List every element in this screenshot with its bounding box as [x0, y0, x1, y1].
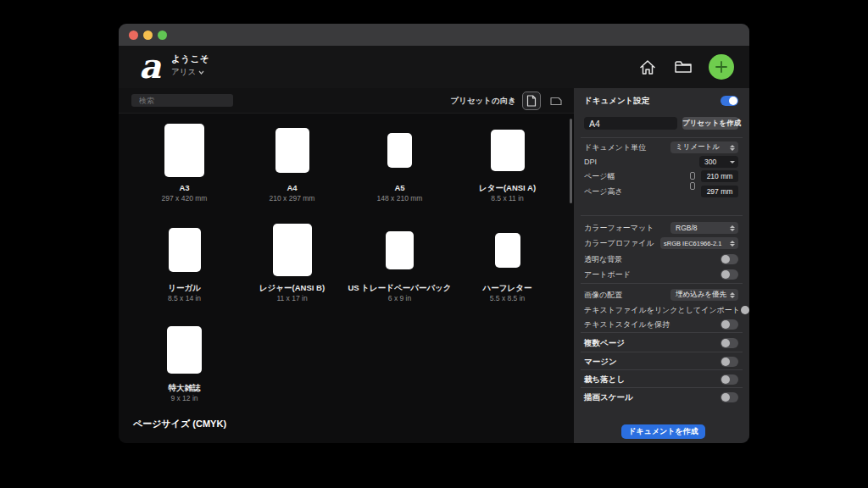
presets-panel: プリセットの向き — [119, 88, 574, 443]
preset-grid: A3 297 x 420 mm A4 210 x 297 mm — [131, 122, 561, 422]
paper-thumbnail — [275, 128, 309, 173]
preset-item[interactable]: A3 297 x 420 mm — [131, 122, 238, 203]
preset-thumbnail-area — [495, 222, 520, 278]
paper-thumbnail — [164, 124, 204, 177]
bleed-label: 裁ち落とし — [584, 374, 625, 385]
zoom-window-button[interactable] — [158, 30, 167, 40]
dpi-label: DPI — [584, 158, 597, 166]
drawing-scale-toggle[interactable] — [721, 392, 738, 402]
preset-thumbnail-area — [167, 322, 202, 378]
preset-dimensions: 148 x 210 mm — [377, 194, 423, 202]
orientation-label: プリセットの向き — [450, 96, 516, 107]
stepper-icon — [730, 241, 735, 247]
preset-item[interactable]: リーガル 8.5 x 14 in — [131, 222, 238, 303]
main-content: プリセットの向き — [119, 88, 749, 443]
artboard-toggle[interactable] — [721, 269, 738, 280]
preset-thumbnail-area — [387, 122, 412, 178]
preset-grid-row: 特大雑誌 9 x 12 in — [131, 322, 561, 403]
header-actions — [637, 51, 734, 83]
search-input[interactable] — [139, 97, 238, 105]
desktop-background: a ようこそ アリス — [0, 0, 868, 488]
minimize-window-button[interactable] — [143, 30, 153, 40]
preset-item[interactable]: 特大雑誌 9 x 12 in — [131, 322, 238, 403]
preset-dimensions: 210 x 297 mm — [270, 194, 315, 202]
paper-thumbnail — [169, 228, 201, 272]
preset-name: ハーフレター — [483, 283, 532, 292]
preset-dimensions: 8.5 x 11 in — [491, 194, 524, 202]
paper-thumbnail — [273, 224, 312, 276]
preset-item[interactable]: US トレードペーパーバック 6 x 9 in — [346, 222, 453, 303]
plus-icon — [715, 60, 728, 74]
multiple-pages-toggle[interactable] — [721, 338, 738, 348]
margins-toggle[interactable] — [721, 357, 738, 367]
paper-thumbnail — [386, 231, 414, 269]
orientation-controls: プリセットの向き — [450, 88, 565, 114]
home-button[interactable] — [637, 57, 658, 77]
divider — [581, 215, 743, 216]
paper-thumbnail — [387, 133, 412, 168]
divider — [581, 369, 743, 370]
home-icon — [639, 59, 656, 75]
dpi-dropdown[interactable]: 300 — [699, 156, 738, 168]
preset-thumbnail-area — [273, 222, 312, 278]
paper-thumbnail — [491, 130, 525, 171]
divider — [581, 283, 743, 284]
preset-dimensions: 6 x 9 in — [388, 294, 411, 302]
paper-thumbnail — [167, 326, 202, 374]
preset-item[interactable]: A5 148 x 210 mm — [346, 122, 453, 203]
landscape-orientation-button[interactable] — [547, 92, 565, 110]
preset-dimensions: 8.5 x 14 in — [168, 294, 201, 302]
landscape-page-icon — [550, 96, 562, 106]
page-height-input[interactable]: 297 mm — [701, 186, 738, 197]
document-settings-title: ドキュメント設定 — [584, 96, 649, 107]
chevron-down-icon — [198, 70, 204, 75]
close-window-button[interactable] — [129, 30, 138, 40]
document-units-dropdown[interactable]: ミリメートル — [670, 141, 738, 153]
window-titlebar[interactable] — [119, 24, 749, 46]
color-profile-label: カラープロファイル — [584, 238, 654, 249]
margins-label: マージン — [584, 357, 617, 368]
create-document-button[interactable]: ドキュメントを作成 — [621, 424, 705, 439]
stepper-icon — [730, 145, 735, 151]
portrait-orientation-button[interactable] — [522, 92, 541, 110]
stepper-icon — [730, 292, 735, 298]
preset-name-input[interactable] — [584, 117, 677, 130]
preset-name: A3 — [179, 183, 189, 192]
preset-item[interactable]: レター(ANSI A) 8.5 x 11 in — [453, 122, 561, 203]
preset-item[interactable]: レジャー(ANSI B) 11 x 17 in — [238, 222, 346, 303]
preserve-text-styles-toggle[interactable] — [721, 319, 738, 330]
bleed-toggle[interactable] — [721, 374, 738, 385]
preset-item[interactable]: ハーフレター 5.5 x 8.5 in — [453, 222, 561, 303]
chevron-down-icon — [730, 161, 735, 164]
new-document-button[interactable] — [709, 54, 734, 80]
preset-name: レター(ANSI A) — [479, 183, 536, 192]
preset-thumbnail-area — [169, 222, 201, 278]
image-placement-dropdown[interactable]: 埋め込みを優先 — [670, 289, 738, 301]
color-format-label: カラーフォーマット — [584, 223, 654, 234]
search-field[interactable] — [131, 94, 233, 107]
preset-name: A5 — [394, 183, 404, 192]
link-dimensions-icon[interactable] — [690, 172, 695, 190]
scrollbar-thumb[interactable] — [570, 119, 572, 203]
affinity-logo: a — [139, 49, 170, 85]
divider — [581, 332, 743, 333]
multiple-pages-label: 複数ページ — [584, 338, 625, 349]
open-file-button[interactable] — [673, 57, 693, 77]
presets-toolbar: プリセットの向き — [119, 88, 574, 114]
preset-name: リーガル — [168, 283, 201, 292]
artboard-label: アートボード — [584, 269, 631, 280]
preset-item[interactable]: A4 210 x 297 mm — [238, 122, 346, 203]
preset-dimensions: 5.5 x 8.5 in — [490, 294, 526, 302]
transparent-background-toggle[interactable] — [721, 254, 738, 264]
preset-dimensions: 297 x 420 mm — [162, 194, 208, 202]
color-format-dropdown[interactable]: RGB/8 — [670, 222, 738, 234]
document-units-label: ドキュメント単位 — [584, 142, 646, 153]
page-width-input[interactable]: 210 mm — [701, 170, 738, 182]
color-profile-dropdown[interactable]: sRGB IEC61966-2.1 — [660, 237, 738, 249]
create-preset-button[interactable]: プリセットを作成 — [682, 117, 738, 130]
document-settings-toggle[interactable] — [721, 96, 738, 106]
user-name: アリス — [171, 67, 196, 78]
preset-grid-row: リーガル 8.5 x 14 in レジャー(ANSI B) 11 x 17 in — [131, 222, 561, 303]
user-menu[interactable]: アリス — [171, 67, 204, 78]
page-width-label: ページ幅 — [584, 171, 615, 182]
